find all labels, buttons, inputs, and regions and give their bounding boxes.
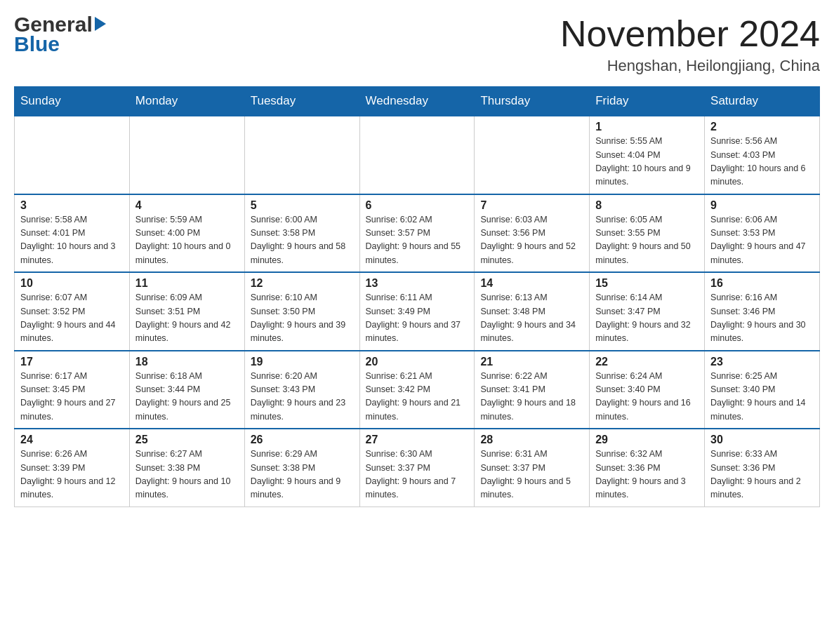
weekday-header-monday: Monday bbox=[129, 87, 244, 116]
day-number: 21 bbox=[480, 356, 583, 368]
day-info: Sunrise: 6:24 AMSunset: 3:40 PMDaylight:… bbox=[595, 370, 699, 424]
calendar-cell: 12Sunrise: 6:10 AMSunset: 3:50 PMDayligh… bbox=[244, 272, 359, 351]
week-row-3: 17Sunrise: 6:17 AMSunset: 3:45 PMDayligh… bbox=[15, 351, 820, 429]
calendar-cell: 6Sunrise: 6:02 AMSunset: 3:57 PMDaylight… bbox=[359, 194, 475, 273]
day-number: 1 bbox=[595, 121, 699, 133]
calendar-cell: 1Sunrise: 5:55 AMSunset: 4:04 PMDaylight… bbox=[590, 116, 705, 194]
calendar-cell: 11Sunrise: 6:09 AMSunset: 3:51 PMDayligh… bbox=[129, 272, 244, 351]
calendar-cell: 26Sunrise: 6:29 AMSunset: 3:38 PMDayligh… bbox=[244, 429, 359, 507]
day-number: 4 bbox=[135, 199, 239, 212]
day-info: Sunrise: 6:10 AMSunset: 3:50 PMDaylight:… bbox=[251, 291, 354, 346]
week-row-2: 10Sunrise: 6:07 AMSunset: 3:52 PMDayligh… bbox=[15, 272, 820, 351]
day-info: Sunrise: 6:22 AMSunset: 3:41 PMDaylight:… bbox=[480, 370, 583, 424]
calendar-cell: 29Sunrise: 6:32 AMSunset: 3:36 PMDayligh… bbox=[590, 429, 705, 507]
weekday-header-sunday: Sunday bbox=[15, 87, 130, 116]
logo-arrow-icon bbox=[95, 17, 106, 31]
day-info: Sunrise: 6:11 AMSunset: 3:49 PMDaylight:… bbox=[366, 291, 469, 346]
day-number: 18 bbox=[135, 356, 239, 368]
calendar-cell: 28Sunrise: 6:31 AMSunset: 3:37 PMDayligh… bbox=[475, 429, 590, 507]
day-info: Sunrise: 6:05 AMSunset: 3:55 PMDaylight:… bbox=[595, 213, 699, 268]
day-number: 23 bbox=[710, 356, 814, 368]
day-info: Sunrise: 5:58 AMSunset: 4:01 PMDaylight:… bbox=[20, 213, 124, 268]
weekday-header-wednesday: Wednesday bbox=[359, 87, 475, 116]
calendar-cell: 15Sunrise: 6:14 AMSunset: 3:47 PMDayligh… bbox=[590, 272, 705, 351]
day-number: 9 bbox=[710, 199, 814, 212]
day-info: Sunrise: 6:17 AMSunset: 3:45 PMDaylight:… bbox=[20, 370, 124, 424]
day-info: Sunrise: 6:14 AMSunset: 3:47 PMDaylight:… bbox=[595, 291, 699, 346]
day-info: Sunrise: 6:21 AMSunset: 3:42 PMDaylight:… bbox=[366, 370, 469, 424]
calendar-cell: 13Sunrise: 6:11 AMSunset: 3:49 PMDayligh… bbox=[359, 272, 475, 351]
weekday-header-thursday: Thursday bbox=[475, 87, 590, 116]
calendar-cell: 4Sunrise: 5:59 AMSunset: 4:00 PMDaylight… bbox=[129, 194, 244, 273]
week-row-4: 24Sunrise: 6:26 AMSunset: 3:39 PMDayligh… bbox=[15, 429, 820, 507]
weekday-header-friday: Friday bbox=[590, 87, 705, 116]
week-row-1: 3Sunrise: 5:58 AMSunset: 4:01 PMDaylight… bbox=[15, 194, 820, 273]
calendar-cell: 30Sunrise: 6:33 AMSunset: 3:36 PMDayligh… bbox=[705, 429, 820, 507]
title-area: November 2024 Hengshan, Heilongjiang, Ch… bbox=[560, 14, 820, 75]
calendar-cell: 8Sunrise: 6:05 AMSunset: 3:55 PMDaylight… bbox=[590, 194, 705, 273]
day-number: 11 bbox=[135, 277, 239, 290]
logo: General Blue bbox=[14, 14, 106, 56]
calendar-cell: 24Sunrise: 6:26 AMSunset: 3:39 PMDayligh… bbox=[15, 429, 130, 507]
day-info: Sunrise: 6:13 AMSunset: 3:48 PMDaylight:… bbox=[480, 291, 583, 346]
day-number: 30 bbox=[710, 434, 814, 446]
day-number: 28 bbox=[480, 434, 583, 446]
calendar-cell: 14Sunrise: 6:13 AMSunset: 3:48 PMDayligh… bbox=[475, 272, 590, 351]
calendar-cell bbox=[475, 116, 590, 194]
day-number: 24 bbox=[20, 434, 124, 446]
day-number: 2 bbox=[710, 121, 814, 133]
calendar-cell: 18Sunrise: 6:18 AMSunset: 3:44 PMDayligh… bbox=[129, 351, 244, 429]
day-number: 20 bbox=[366, 356, 469, 368]
day-number: 6 bbox=[366, 199, 469, 212]
day-number: 5 bbox=[251, 199, 354, 212]
day-info: Sunrise: 6:06 AMSunset: 3:53 PMDaylight:… bbox=[710, 213, 814, 268]
calendar-cell: 16Sunrise: 6:16 AMSunset: 3:46 PMDayligh… bbox=[705, 272, 820, 351]
day-number: 16 bbox=[710, 277, 814, 290]
day-info: Sunrise: 6:29 AMSunset: 3:38 PMDaylight:… bbox=[251, 448, 354, 502]
calendar-cell: 23Sunrise: 6:25 AMSunset: 3:40 PMDayligh… bbox=[705, 351, 820, 429]
calendar-cell bbox=[15, 116, 130, 194]
day-number: 25 bbox=[135, 434, 239, 446]
day-info: Sunrise: 5:56 AMSunset: 4:03 PMDaylight:… bbox=[710, 135, 814, 189]
day-number: 13 bbox=[366, 277, 469, 290]
calendar-title: November 2024 bbox=[560, 14, 820, 54]
calendar-cell: 10Sunrise: 6:07 AMSunset: 3:52 PMDayligh… bbox=[15, 272, 130, 351]
day-info: Sunrise: 5:55 AMSunset: 4:04 PMDaylight:… bbox=[595, 135, 699, 189]
day-info: Sunrise: 6:18 AMSunset: 3:44 PMDaylight:… bbox=[135, 370, 239, 424]
calendar-cell: 5Sunrise: 6:00 AMSunset: 3:58 PMDaylight… bbox=[244, 194, 359, 273]
calendar-cell bbox=[359, 116, 475, 194]
day-number: 22 bbox=[595, 356, 699, 368]
day-info: Sunrise: 6:32 AMSunset: 3:36 PMDaylight:… bbox=[595, 448, 699, 502]
day-number: 17 bbox=[20, 356, 124, 368]
day-info: Sunrise: 5:59 AMSunset: 4:00 PMDaylight:… bbox=[135, 213, 239, 268]
day-info: Sunrise: 6:07 AMSunset: 3:52 PMDaylight:… bbox=[20, 291, 124, 346]
calendar-cell: 27Sunrise: 6:30 AMSunset: 3:37 PMDayligh… bbox=[359, 429, 475, 507]
day-info: Sunrise: 6:03 AMSunset: 3:56 PMDaylight:… bbox=[480, 213, 583, 268]
calendar-cell: 3Sunrise: 5:58 AMSunset: 4:01 PMDaylight… bbox=[15, 194, 130, 273]
day-number: 26 bbox=[251, 434, 354, 446]
day-info: Sunrise: 6:30 AMSunset: 3:37 PMDaylight:… bbox=[366, 448, 469, 502]
calendar-cell: 17Sunrise: 6:17 AMSunset: 3:45 PMDayligh… bbox=[15, 351, 130, 429]
calendar-cell: 22Sunrise: 6:24 AMSunset: 3:40 PMDayligh… bbox=[590, 351, 705, 429]
calendar-subtitle: Hengshan, Heilongjiang, China bbox=[560, 57, 820, 75]
day-number: 7 bbox=[480, 199, 583, 212]
day-info: Sunrise: 6:16 AMSunset: 3:46 PMDaylight:… bbox=[710, 291, 814, 346]
calendar-cell: 2Sunrise: 5:56 AMSunset: 4:03 PMDaylight… bbox=[705, 116, 820, 194]
calendar-table: SundayMondayTuesdayWednesdayThursdayFrid… bbox=[14, 86, 820, 507]
day-info: Sunrise: 6:20 AMSunset: 3:43 PMDaylight:… bbox=[251, 370, 354, 424]
weekday-header-tuesday: Tuesday bbox=[244, 87, 359, 116]
day-number: 15 bbox=[595, 277, 699, 290]
day-info: Sunrise: 6:09 AMSunset: 3:51 PMDaylight:… bbox=[135, 291, 239, 346]
weekday-header-row: SundayMondayTuesdayWednesdayThursdayFrid… bbox=[15, 87, 820, 116]
weekday-header-saturday: Saturday bbox=[705, 87, 820, 116]
calendar-cell: 25Sunrise: 6:27 AMSunset: 3:38 PMDayligh… bbox=[129, 429, 244, 507]
calendar-cell bbox=[244, 116, 359, 194]
day-number: 10 bbox=[20, 277, 124, 290]
day-number: 8 bbox=[595, 199, 699, 212]
day-info: Sunrise: 6:25 AMSunset: 3:40 PMDaylight:… bbox=[710, 370, 814, 424]
day-info: Sunrise: 6:26 AMSunset: 3:39 PMDaylight:… bbox=[20, 448, 124, 502]
calendar-cell: 9Sunrise: 6:06 AMSunset: 3:53 PMDaylight… bbox=[705, 194, 820, 273]
week-row-0: 1Sunrise: 5:55 AMSunset: 4:04 PMDaylight… bbox=[15, 116, 820, 194]
calendar-cell: 20Sunrise: 6:21 AMSunset: 3:42 PMDayligh… bbox=[359, 351, 475, 429]
day-info: Sunrise: 6:31 AMSunset: 3:37 PMDaylight:… bbox=[480, 448, 583, 502]
